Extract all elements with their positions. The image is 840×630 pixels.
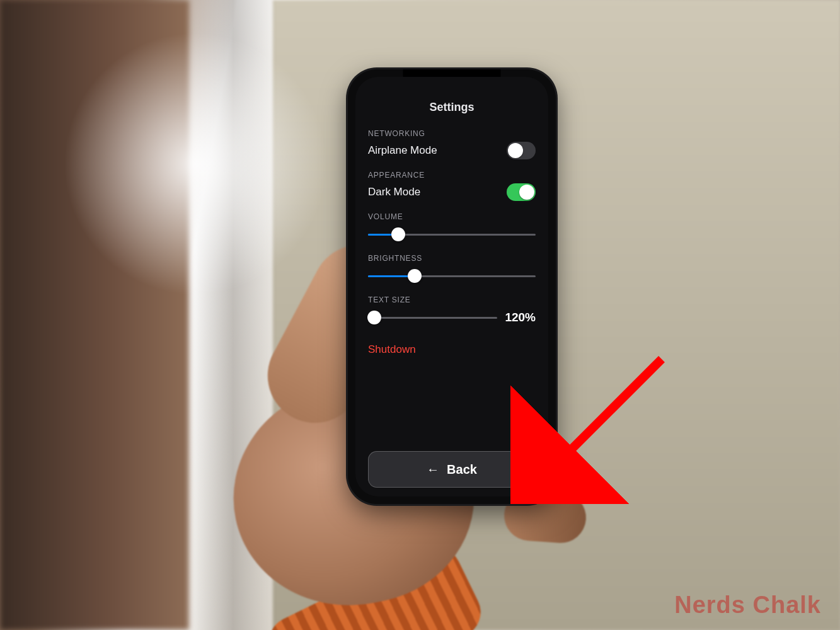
section-textsize-label: TEXT SIZE [368,295,536,304]
volume-slider[interactable] [368,227,536,241]
toggle-knob [519,185,534,200]
textsize-value: 120% [505,311,536,324]
section-appearance-label: APPEARANCE [368,171,536,180]
back-button-label: Back [447,462,477,477]
row-text-size: 120% [368,311,536,324]
brightness-slider-thumb[interactable] [408,269,422,283]
dark-mode-toggle[interactable] [507,183,536,201]
dark-mode-label: Dark Mode [368,186,420,198]
textsize-slider-thumb[interactable] [367,311,381,324]
page-title: Settings [368,101,536,114]
airplane-mode-label: Airplane Mode [368,144,437,157]
annotation-arrow [510,353,674,504]
section-volume-label: VOLUME [368,212,536,221]
section-brightness-label: BRIGHTNESS [368,254,536,263]
airplane-mode-toggle[interactable] [507,142,536,159]
row-airplane-mode: Airplane Mode [368,142,536,159]
textsize-slider[interactable] [368,311,497,324]
row-dark-mode: Dark Mode [368,183,536,201]
watermark-text: Nerds Chalk [674,592,821,619]
brightness-slider[interactable] [368,269,536,283]
volume-slider-thumb[interactable] [391,227,405,241]
toggle-knob [508,143,523,158]
svg-line-1 [536,359,662,485]
arrow-left-icon: ← [427,463,439,476]
section-networking-label: NETWORKING [368,129,536,138]
